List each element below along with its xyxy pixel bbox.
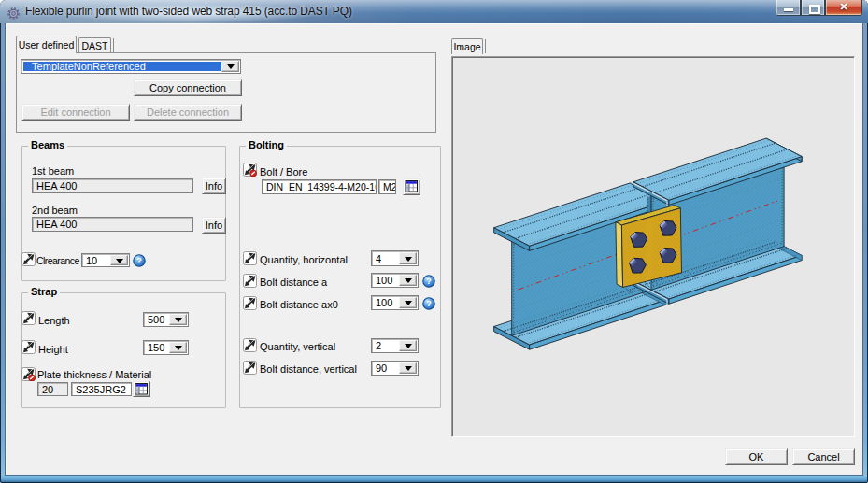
svg-text:?: ? (136, 256, 142, 265)
svg-text:?: ? (426, 299, 432, 308)
svg-text:?: ? (426, 277, 432, 286)
